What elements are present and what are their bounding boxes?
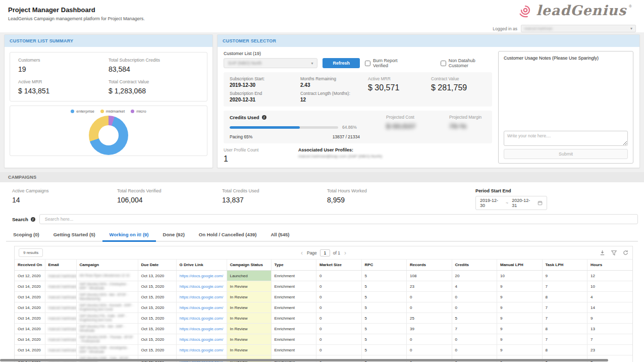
gdrive-link[interactable]: https://docs.google.com/ bbox=[180, 348, 224, 352]
cell-rpc: 5 bbox=[361, 324, 407, 334]
column-header-hours[interactable]: Hours bbox=[587, 260, 633, 271]
column-header-market-size[interactable]: Market Size bbox=[316, 260, 362, 271]
refresh-icon[interactable] bbox=[623, 250, 628, 255]
projected-cost-value: $ 90,537 bbox=[386, 122, 449, 130]
column-header-campaign[interactable]: Campaign bbox=[76, 260, 138, 271]
table-row: Oct 14, 2020marcel.hartman@leSAP (Nordic… bbox=[15, 324, 632, 334]
cell-due-date: Oct 15, 2020 bbox=[138, 292, 176, 302]
gdrive-link[interactable]: https://docs.google.com/ bbox=[180, 316, 224, 321]
cell-records: 25 bbox=[407, 313, 452, 324]
cell-type: Enrichment bbox=[271, 313, 316, 324]
cell-gdrive-link[interactable]: https://docs.google.com/ bbox=[176, 292, 227, 302]
search-input[interactable] bbox=[39, 214, 638, 224]
period-label: Period Start End bbox=[475, 188, 551, 193]
tab-on-hold-cancelled-439[interactable]: On Hold / Cancelled (439) bbox=[192, 228, 264, 242]
tab-done-92[interactable]: Done (92) bbox=[156, 228, 192, 242]
logged-in-user-select[interactable]: marcel.hartman ▾ bbox=[521, 25, 636, 32]
column-header-manual-lph[interactable]: Manual LPH bbox=[497, 260, 543, 271]
gdrive-link[interactable]: https://docs.google.com/ bbox=[180, 274, 224, 278]
legend-label: midmarket bbox=[106, 109, 125, 114]
non-datahub-checkbox[interactable] bbox=[441, 61, 446, 66]
horizontal-scrollbar[interactable] bbox=[0, 359, 608, 361]
pacing-label: Pacing 65% bbox=[230, 134, 252, 139]
burn-report-checkbox[interactable] bbox=[365, 61, 370, 66]
cell-campaign-status: In Review bbox=[227, 324, 271, 334]
cell-gdrive-link[interactable]: https://docs.google.com/ bbox=[176, 334, 227, 345]
cell-type: Enrichment bbox=[271, 281, 316, 292]
cell-credits: 0 bbox=[452, 292, 497, 302]
legend-item-midmarket[interactable]: midmarket bbox=[100, 109, 125, 114]
period-range-picker[interactable]: 2019-12-30 ~ 2020-12-31 bbox=[475, 196, 547, 210]
stat-active-mrr: Active MRR $ 143,851 bbox=[18, 79, 109, 95]
page-number-input[interactable] bbox=[320, 249, 330, 256]
gdrive-link[interactable]: https://docs.google.com/ bbox=[180, 337, 224, 342]
customer-usage-notes-panel: Customer Usage Notes (Please Use Sparing… bbox=[498, 51, 633, 164]
column-header-type[interactable]: Type bbox=[271, 260, 316, 271]
cell-hours: 10 bbox=[587, 281, 633, 292]
credits-progress-bar bbox=[230, 126, 338, 129]
cell-gdrive-link[interactable]: https://docs.google.com/ bbox=[176, 271, 227, 281]
contract-value-label: Contract Value bbox=[431, 76, 486, 81]
stat-value: 19 bbox=[18, 65, 109, 73]
tab-all-545[interactable]: All (545) bbox=[263, 228, 296, 242]
info-icon[interactable]: i bbox=[262, 115, 266, 120]
legend-item-enterprise[interactable]: enterprise bbox=[71, 109, 94, 114]
period-start-date[interactable]: 2019-12-30 bbox=[480, 198, 502, 208]
cell-gdrive-link[interactable]: https://docs.google.com/ bbox=[176, 345, 227, 355]
cell-gdrive-link[interactable]: https://docs.google.com/ bbox=[176, 313, 227, 324]
legend-label: micro bbox=[136, 109, 146, 114]
cell-gdrive-link[interactable]: https://docs.google.com/ bbox=[176, 302, 227, 313]
search-row: Search i bbox=[12, 214, 638, 224]
gdrive-link[interactable]: https://docs.google.com/ bbox=[180, 295, 224, 299]
filter-icon[interactable] bbox=[611, 250, 617, 255]
cell-due-date: Oct 15, 2020 bbox=[138, 345, 176, 355]
column-header-records[interactable]: Records bbox=[407, 260, 452, 271]
tab-getting-started-5[interactable]: Getting Started (5) bbox=[46, 228, 102, 242]
customer-selector-main: Customer List (19) SAP (NBO) North ▾ Ref… bbox=[224, 51, 492, 164]
legend-item-micro[interactable]: micro bbox=[131, 109, 146, 114]
tab-working-on-it-9[interactable]: Working on it! (9) bbox=[102, 228, 156, 242]
refresh-button[interactable]: Refresh bbox=[323, 58, 360, 68]
note-input[interactable] bbox=[504, 131, 628, 146]
prev-page-button[interactable]: ‹ bbox=[300, 250, 304, 256]
table-row: Oct 14, 2020marcel.hartman@leSAP (Nordic… bbox=[15, 334, 632, 345]
column-header-rpc[interactable]: RPC bbox=[361, 260, 407, 271]
cell-manual-lph: 9 bbox=[497, 324, 543, 334]
cell-records: 108 bbox=[407, 271, 452, 281]
stat-total-credits-used: Total Credits Used 13,837 bbox=[222, 188, 327, 204]
stat-label: Total Hours Worked bbox=[327, 188, 432, 193]
stat-total-contract-value: Total Contract Value $ 1,283,068 bbox=[109, 79, 199, 95]
column-header-email[interactable]: Email bbox=[45, 260, 76, 271]
cell-received-on: Oct 14, 2020 bbox=[15, 345, 45, 355]
brand-name: leadGenius bbox=[536, 4, 626, 17]
period-end-date[interactable]: 2020-12-31 bbox=[512, 198, 534, 208]
stat-value: 13,837 bbox=[222, 196, 327, 204]
column-header-campaign-status[interactable]: Campaign Status bbox=[227, 260, 271, 271]
gdrive-link[interactable]: https://docs.google.com/ bbox=[180, 327, 224, 331]
results-count: 9 results bbox=[19, 248, 43, 257]
download-icon[interactable] bbox=[600, 250, 605, 255]
gdrive-link[interactable]: https://docs.google.com/ bbox=[180, 305, 224, 310]
customer-list-select[interactable]: SAP (NBO) North ▾ bbox=[224, 58, 317, 68]
calendar-icon[interactable] bbox=[538, 200, 543, 205]
cell-gdrive-link[interactable]: https://docs.google.com/ bbox=[176, 281, 227, 292]
column-header-due-date[interactable]: Due Date bbox=[138, 260, 176, 271]
top-panels: CUSTOMER LIST SUMMARY Customers 19 Total… bbox=[4, 34, 640, 168]
next-page-button[interactable]: › bbox=[343, 250, 347, 256]
cell-received-on: Oct 14, 2020 bbox=[15, 292, 45, 302]
cell-hours: 23 bbox=[587, 345, 633, 355]
active-mrr-block: Active MRR $ 30,571 bbox=[368, 76, 431, 102]
cell-task-lph: 7 bbox=[542, 313, 587, 324]
column-header-received-on[interactable]: Received On bbox=[15, 260, 45, 271]
column-header-task-lph[interactable]: Task LPH bbox=[542, 260, 587, 271]
column-header-g-drive-link[interactable]: G Drive Link bbox=[176, 260, 227, 271]
gdrive-link[interactable]: https://docs.google.com/ bbox=[180, 284, 224, 289]
info-icon[interactable]: i bbox=[31, 217, 35, 222]
tab-scoping-0[interactable]: Scoping (0) bbox=[6, 228, 46, 242]
column-header-credits[interactable]: Credits bbox=[452, 260, 497, 271]
cell-task-lph: 7 bbox=[542, 334, 587, 345]
cell-gdrive-link[interactable]: https://docs.google.com/ bbox=[176, 324, 227, 334]
cell-market-size: 0 bbox=[316, 281, 362, 292]
donut-chart[interactable] bbox=[89, 116, 128, 155]
submit-note-button[interactable]: Submit bbox=[504, 149, 628, 159]
